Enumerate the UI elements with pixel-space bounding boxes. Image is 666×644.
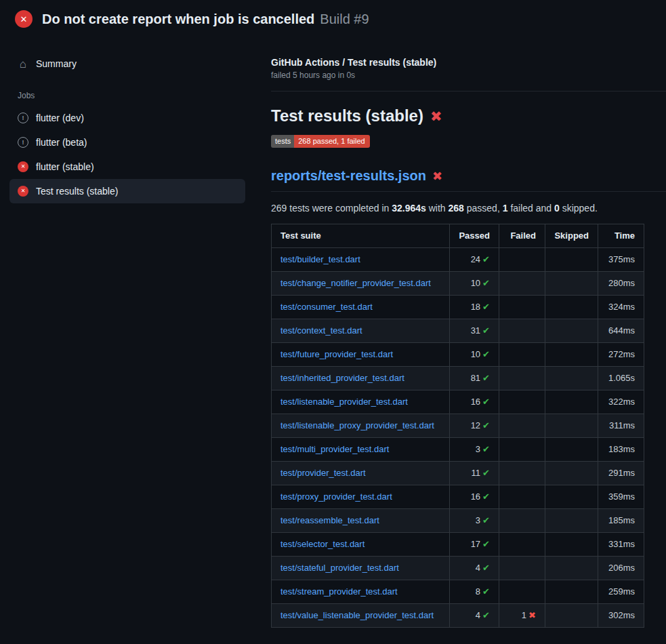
passed-cell-count: 24 <box>471 254 480 264</box>
test-suite-link[interactable]: test/change_notifier_provider_test.dart <box>280 278 431 288</box>
suite-cell: test/future_provider_test.dart <box>272 343 450 367</box>
table-row: test/provider_test.dart11✔291ms <box>272 462 644 485</box>
test-suite-link[interactable]: test/multi_provider_test.dart <box>280 444 389 454</box>
check-icon: ✔ <box>482 491 490 502</box>
check-icon: ✔ <box>482 373 490 383</box>
passed-cell-count: 11 <box>472 468 481 478</box>
suite-cell: test/builder_test.dart <box>272 248 450 272</box>
suite-cell: test/inherited_provider_test.dart <box>272 367 450 390</box>
suite-cell: test/consumer_test.dart <box>272 296 450 319</box>
test-suite-link[interactable]: test/provider_test.dart <box>280 468 366 478</box>
job-label: flutter (dev) <box>36 113 84 123</box>
failed-cell <box>499 319 545 343</box>
sidebar-item-job[interactable]: ✕flutter (stable) <box>9 155 245 179</box>
sidebar-item-summary[interactable]: ⌂ Summary <box>9 52 245 76</box>
passed-cell: 11✔ <box>450 462 499 485</box>
sidebar-item-job[interactable]: !flutter (dev) <box>9 106 245 130</box>
time-cell: 206ms <box>598 557 644 580</box>
failed-cell <box>499 414 545 438</box>
report-failed-cross-icon: ✖ <box>432 170 442 182</box>
summary-text: with <box>426 203 449 214</box>
passed-cell-count: 81 <box>471 373 480 383</box>
failed-cell <box>499 509 545 533</box>
time-cell: 185ms <box>598 509 644 533</box>
x-icon: ✖ <box>528 610 536 620</box>
x-circle-icon: ✕ <box>18 161 28 172</box>
table-row: test/builder_test.dart24✔375ms <box>272 248 644 272</box>
failed-cell <box>499 485 545 509</box>
failed-cell <box>499 296 545 319</box>
failed-cell <box>499 438 545 462</box>
passed-cell: 31✔ <box>450 319 499 343</box>
time-cell: 259ms <box>598 580 644 604</box>
test-suite-link[interactable]: test/stream_provider_test.dart <box>280 586 398 597</box>
test-suite-link[interactable]: test/stateful_provider_test.dart <box>280 563 399 573</box>
passed-cell: 10✔ <box>450 343 499 367</box>
test-suite-link[interactable]: test/consumer_test.dart <box>280 302 373 312</box>
failed-cell <box>499 248 545 272</box>
report-file-link[interactable]: reports/test-results.json <box>271 168 426 184</box>
test-suite-link[interactable]: test/builder_test.dart <box>280 254 360 264</box>
time-cell: 1.065s <box>598 367 644 390</box>
summary-text: passed, <box>464 203 503 214</box>
summary-skipped-count: 0 <box>554 203 560 214</box>
run-status-line: failed 5 hours ago in 0s <box>271 71 666 80</box>
summary-failed-count: 1 <box>503 203 508 214</box>
passed-cell-count: 17 <box>471 539 480 549</box>
skipped-cell <box>545 296 598 319</box>
time-cell: 644ms <box>598 319 644 343</box>
suite-cell: test/stream_provider_test.dart <box>272 580 450 604</box>
suite-cell: test/multi_provider_test.dart <box>272 438 450 462</box>
suite-cell: test/change_notifier_provider_test.dart <box>272 272 450 296</box>
suite-cell: test/reassemble_test.dart <box>272 509 450 533</box>
failed-cell-count: 1 <box>522 610 526 620</box>
table-row: test/stream_provider_test.dart8✔259ms <box>272 580 644 604</box>
passed-cell-count: 4 <box>476 610 480 620</box>
passed-cell-count: 10 <box>471 278 480 288</box>
test-suite-link[interactable]: test/listenable_provider_test.dart <box>280 397 408 407</box>
results-table-body: test/builder_test.dart24✔375mstest/chang… <box>272 248 644 628</box>
time-cell: 322ms <box>598 390 644 414</box>
skipped-cell <box>545 438 598 462</box>
check-icon: ✔ <box>482 349 490 359</box>
check-icon: ✔ <box>482 420 490 430</box>
sidebar-item-job[interactable]: !flutter (beta) <box>9 130 245 155</box>
time-cell: 302ms <box>598 604 644 628</box>
passed-cell: 8✔ <box>450 580 499 604</box>
badge-value: 268 passed, 1 failed <box>294 135 369 148</box>
test-suite-link[interactable]: test/selector_test.dart <box>280 539 365 549</box>
sidebar-item-job[interactable]: ✕Test results (stable) <box>9 179 245 203</box>
test-suite-link[interactable]: test/inherited_provider_test.dart <box>280 373 404 383</box>
test-suite-link[interactable]: test/reassemble_test.dart <box>280 515 379 525</box>
check-icon: ✔ <box>482 278 490 288</box>
suite-cell: test/proxy_provider_test.dart <box>272 485 450 509</box>
failed-cell <box>499 533 545 557</box>
test-suite-link[interactable]: test/value_listenable_provider_test.dart <box>280 610 434 620</box>
run-title: Do not create report when job is cancell… <box>42 12 314 27</box>
skipped-cell <box>545 533 598 557</box>
test-suite-link[interactable]: test/context_test.dart <box>280 325 362 336</box>
suite-cell: test/context_test.dart <box>272 319 450 343</box>
check-icon: ✔ <box>482 302 490 312</box>
passed-cell-count: 3 <box>476 444 480 454</box>
check-icon: ✔ <box>482 325 490 336</box>
test-suite-link[interactable]: test/proxy_provider_test.dart <box>280 491 392 502</box>
table-row: test/listenable_provider_test.dart16✔322… <box>272 390 644 414</box>
failed-cell <box>499 390 545 414</box>
time-cell: 359ms <box>598 485 644 509</box>
skipped-cell <box>545 557 598 580</box>
summary-text: skipped. <box>560 203 598 214</box>
table-row: test/consumer_test.dart18✔324ms <box>272 296 644 319</box>
passed-cell: 18✔ <box>450 296 499 319</box>
passed-cell: 3✔ <box>450 438 499 462</box>
test-suite-link[interactable]: test/future_provider_test.dart <box>280 349 393 359</box>
passed-cell: 16✔ <box>450 390 499 414</box>
test-suite-link[interactable]: test/listenable_proxy_provider_test.dart <box>280 420 434 430</box>
check-icon: ✔ <box>482 444 490 454</box>
table-header-row: Test suite Passed Failed Skipped Time <box>272 224 644 248</box>
passed-cell: 81✔ <box>450 367 499 390</box>
summary-label: Summary <box>36 58 77 69</box>
sidebar: ⌂ Summary Jobs !flutter (dev)!flutter (b… <box>0 37 257 203</box>
job-label: flutter (beta) <box>36 137 87 148</box>
skipped-cell <box>545 272 598 296</box>
